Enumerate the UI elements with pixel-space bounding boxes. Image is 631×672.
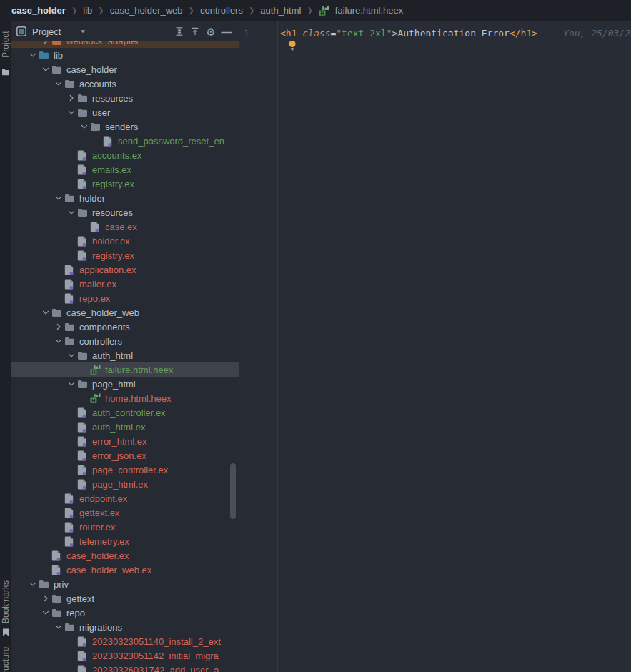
chevron-down-icon[interactable] bbox=[79, 28, 86, 35]
tree-item-label: auth_controller.ex bbox=[92, 407, 166, 418]
tree-item[interactable]: router.ex bbox=[11, 520, 239, 534]
chevron-expanded-icon[interactable] bbox=[40, 64, 51, 75]
tree-item[interactable]: gettext.ex bbox=[11, 505, 239, 520]
tree-item[interactable]: case_holder_web bbox=[11, 305, 239, 320]
chevron-spacer bbox=[79, 392, 90, 404]
tree-item[interactable]: registry.ex bbox=[11, 177, 239, 191]
tree-item-label: error_json.ex bbox=[92, 450, 146, 461]
tree-item[interactable]: resources bbox=[11, 91, 239, 105]
stripe-button-structure[interactable]: Structure bbox=[1, 647, 11, 672]
tree-item[interactable]: lib bbox=[11, 48, 239, 62]
tree-item[interactable]: case_holder.ex bbox=[11, 548, 239, 563]
tree-item[interactable]: 20230323051140_install_2_ext bbox=[11, 634, 239, 648]
tree-item[interactable]: registry.ex bbox=[11, 248, 239, 262]
chevron-expanded-icon[interactable] bbox=[66, 350, 77, 361]
tree-item[interactable]: migrations bbox=[11, 620, 239, 634]
project-view-icon[interactable] bbox=[16, 26, 27, 37]
line-number[interactable]: 1 bbox=[244, 26, 249, 41]
tree-item[interactable]: error_json.ex bbox=[11, 448, 239, 463]
tree-item[interactable]: case_holder bbox=[11, 62, 239, 76]
tree-item[interactable]: repo.ex bbox=[11, 291, 239, 305]
tree-item[interactable]: page_html.ex bbox=[11, 477, 239, 491]
tree-item[interactable]: components bbox=[11, 320, 239, 334]
breadcrumb-segment[interactable]: auth_html bbox=[260, 5, 301, 16]
breadcrumb-segment[interactable]: lib bbox=[83, 5, 92, 16]
tree-item[interactable]: auth_html bbox=[11, 348, 239, 362]
intention-lightbulb-icon[interactable] bbox=[287, 40, 297, 51]
tree-item[interactable]: Hfailure.html.heex bbox=[11, 362, 239, 377]
tree-item[interactable]: websock_adapter bbox=[11, 41, 239, 48]
settings-gear-icon[interactable]: ⚙ bbox=[203, 24, 219, 39]
tree-item[interactable]: user bbox=[11, 105, 239, 119]
tree-item[interactable]: auth_html.ex bbox=[11, 420, 239, 434]
chevron-expanded-icon[interactable] bbox=[40, 307, 51, 318]
chevron-collapsed-icon[interactable] bbox=[53, 321, 64, 332]
chevron-expanded-icon[interactable] bbox=[66, 107, 77, 118]
chevron-spacer bbox=[66, 178, 77, 189]
chevron-expanded-icon[interactable] bbox=[27, 578, 39, 590]
tree-item[interactable]: holder bbox=[11, 191, 239, 205]
code-token: </h1> bbox=[510, 28, 537, 39]
tree-item[interactable]: controllers bbox=[11, 334, 239, 348]
tree-item[interactable]: gettext bbox=[11, 591, 239, 606]
tree-item[interactable]: resources bbox=[11, 205, 239, 219]
tree-item[interactable]: send_password_reset_en bbox=[11, 134, 239, 148]
tree-item-label: gettext.ex bbox=[79, 508, 119, 518]
folder-icon[interactable] bbox=[1, 66, 10, 79]
chevron-collapsed-icon[interactable] bbox=[40, 593, 51, 604]
tree-item[interactable]: page_html bbox=[11, 377, 239, 391]
elixir-file-icon bbox=[77, 249, 90, 261]
chevron-expanded-icon[interactable] bbox=[53, 78, 64, 89]
hide-panel-icon[interactable]: — bbox=[219, 24, 234, 39]
breadcrumb-segment[interactable]: Hfailure.html.heex bbox=[319, 5, 403, 16]
expand-all-icon[interactable] bbox=[172, 24, 187, 39]
chevron-expanded-icon[interactable] bbox=[53, 192, 64, 204]
chevron-expanded-icon[interactable] bbox=[66, 378, 77, 390]
chevron-expanded-icon[interactable] bbox=[40, 607, 51, 618]
chevron-collapsed-icon[interactable] bbox=[40, 41, 51, 46]
tree-item[interactable]: priv bbox=[11, 577, 239, 591]
tree-item[interactable]: mailer.ex bbox=[11, 277, 239, 291]
tree-item[interactable]: emails.ex bbox=[11, 162, 239, 177]
project-panel-title[interactable]: Project bbox=[32, 26, 61, 37]
tree-item[interactable]: holder.ex bbox=[11, 234, 239, 248]
tree-item[interactable]: case.ex bbox=[11, 219, 239, 234]
tree-item-label: case.ex bbox=[105, 222, 137, 232]
bookmark-icon[interactable] bbox=[2, 626, 9, 639]
chevron-spacer bbox=[66, 249, 77, 261]
chevron-collapsed-icon[interactable] bbox=[66, 92, 77, 104]
tree-item-label: components bbox=[79, 322, 130, 332]
tree-item[interactable]: auth_controller.ex bbox=[11, 405, 239, 420]
stripe-button-project[interactable]: Project bbox=[1, 31, 11, 57]
tree-item[interactable]: application.ex bbox=[11, 262, 239, 277]
editor-area[interactable]: 1 <h1 class="text-2xl">Authentication Er… bbox=[239, 21, 631, 672]
chevron-expanded-icon[interactable] bbox=[66, 207, 77, 218]
tree-item[interactable]: accounts bbox=[11, 76, 239, 91]
tree-item[interactable]: error_html.ex bbox=[11, 434, 239, 448]
tree-item[interactable]: repo bbox=[11, 606, 239, 620]
folder-icon bbox=[51, 41, 64, 46]
tree-item[interactable]: 20230326031742_add_user_a bbox=[11, 663, 239, 672]
tree-item[interactable]: page_controller.ex bbox=[11, 463, 239, 477]
tree-item[interactable]: 20230323051142_initial_migra bbox=[11, 648, 239, 663]
chevron-expanded-icon[interactable] bbox=[53, 335, 64, 347]
tree-item[interactable]: senders bbox=[11, 119, 239, 134]
tree-item-label: resources bbox=[92, 93, 133, 104]
tree-item[interactable]: accounts.ex bbox=[11, 148, 239, 162]
breadcrumb-segment[interactable]: case_holder_web bbox=[110, 5, 183, 16]
tree-item[interactable]: Hhome.html.heex bbox=[11, 391, 239, 405]
tree-item[interactable]: case_holder_web.ex bbox=[11, 563, 239, 577]
tree-item[interactable]: telemetry.ex bbox=[11, 534, 239, 548]
stripe-button-bookmarks[interactable]: Bookmarks bbox=[1, 580, 11, 623]
collapse-all-icon[interactable] bbox=[187, 24, 203, 39]
chevron-expanded-icon[interactable] bbox=[27, 49, 39, 61]
breadcrumb-segment[interactable]: case_holder bbox=[11, 5, 66, 16]
folder-icon bbox=[77, 378, 90, 390]
tree-item[interactable]: endpoint.ex bbox=[11, 491, 239, 505]
chevron-expanded-icon[interactable] bbox=[79, 121, 90, 132]
breadcrumb-segment[interactable]: controllers bbox=[200, 5, 243, 16]
chevron-expanded-icon[interactable] bbox=[53, 621, 64, 633]
chevron-spacer bbox=[66, 407, 77, 418]
tree-scrollbar-thumb[interactable] bbox=[230, 463, 236, 519]
tree-item-label: websock_adapter bbox=[66, 41, 139, 46]
